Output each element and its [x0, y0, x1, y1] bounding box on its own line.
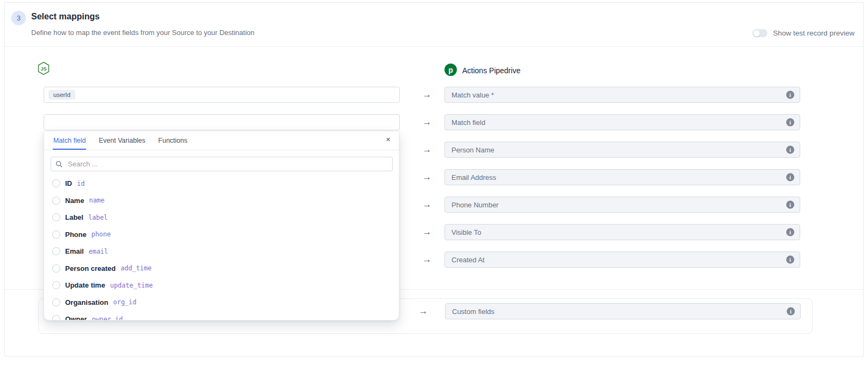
option-code: id — [77, 180, 84, 187]
userid-chip[interactable]: userId — [48, 90, 75, 100]
field-option-phone[interactable]: Phonephone — [52, 226, 399, 243]
field-option-name[interactable]: Namename — [52, 192, 399, 210]
page-subtitle: Define how to map the event fields from … — [31, 29, 255, 37]
radio-icon[interactable] — [52, 179, 60, 187]
field-option-owner_id[interactable]: Ownerowner_id — [52, 311, 399, 320]
destination-title: Actions Pipedrive — [462, 66, 520, 75]
arrow-icon: → — [419, 306, 428, 317]
option-code: email — [89, 248, 108, 255]
arrow-icon: → — [418, 199, 444, 210]
mapping-row: →Visible Toi — [418, 224, 800, 240]
option-label: Email — [65, 247, 84, 255]
radio-icon[interactable] — [52, 197, 60, 205]
info-icon[interactable]: i — [786, 256, 794, 264]
destination-field-email-address[interactable]: Email Addressi — [444, 169, 800, 185]
option-label: ID — [65, 179, 72, 187]
destination-field-match-field[interactable]: Match fieldi — [444, 114, 800, 130]
test-record-preview-toggle-row: Show test record preview — [752, 29, 855, 37]
step-number-badge: 3 — [11, 11, 26, 25]
field-picker-dropdown: Match fieldEvent VariablesFunctions✕ IDi… — [44, 131, 399, 320]
radio-icon[interactable] — [52, 247, 60, 255]
dropdown-tabs: Match fieldEvent VariablesFunctions✕ — [44, 131, 399, 150]
mapping-row: →Created Ati — [418, 252, 800, 268]
arrow-icon: → — [418, 172, 444, 183]
radio-icon[interactable] — [52, 264, 60, 273]
destination-field-label: Visible To — [451, 228, 481, 236]
destination-field-match-value[interactable]: Match value *i — [444, 87, 800, 103]
mapping-row: →Phone Numberi — [418, 197, 800, 213]
info-icon[interactable]: i — [786, 118, 794, 127]
arrow-icon: → — [418, 144, 444, 155]
option-label: Update time — [65, 281, 105, 289]
radio-icon[interactable] — [52, 315, 60, 320]
option-label: Name — [65, 197, 84, 205]
destination-field-visible-to[interactable]: Visible Toi — [444, 224, 800, 240]
info-icon[interactable]: i — [786, 91, 794, 99]
destination-field-created-at[interactable]: Created Ati — [444, 252, 800, 268]
option-label: Owner — [65, 315, 87, 320]
page-title: Select mappings — [31, 12, 100, 22]
info-icon[interactable]: i — [786, 146, 794, 154]
option-code: name — [89, 197, 104, 204]
radio-icon[interactable] — [52, 231, 60, 239]
svg-text:JS: JS — [40, 66, 46, 72]
header-divider — [5, 46, 863, 47]
destination-field-phone-number[interactable]: Phone Numberi — [444, 197, 800, 213]
option-code: phone — [91, 231, 111, 238]
field-option-update_time[interactable]: Update timeupdate_time — [52, 277, 399, 294]
toggle-knob — [753, 30, 760, 37]
select-mappings-panel: 3 Select mappings Define how to map the … — [4, 2, 864, 357]
source-mapping-input-1[interactable]: userId — [44, 87, 400, 103]
option-label: Person created — [65, 264, 116, 273]
screen: 3 Select mappings Define how to map the … — [0, 0, 868, 370]
info-icon[interactable]: i — [786, 228, 794, 236]
option-label: Phone — [65, 231, 87, 239]
field-option-email[interactable]: Emailemail — [52, 243, 399, 260]
option-label: Organisation — [65, 298, 108, 306]
option-code: add_time — [121, 264, 152, 272]
arrow-icon: → — [418, 117, 444, 128]
option-code: org_id — [113, 298, 136, 306]
arrow-icon: → — [418, 254, 444, 265]
source-mapping-input-2[interactable] — [44, 114, 400, 130]
pipedrive-icon: p — [444, 64, 457, 76]
field-option-add_time[interactable]: Person createdadd_time — [52, 260, 399, 277]
custom-fields-field[interactable]: Custom fields i — [445, 303, 801, 319]
close-icon[interactable]: ✕ — [386, 136, 391, 143]
radio-icon[interactable] — [52, 213, 60, 221]
destination-field-label: Match field — [451, 118, 485, 127]
destination-field-label: Phone Number — [451, 201, 498, 209]
search-box — [51, 157, 393, 171]
destination-rows: →Match value *i→Match fieldi→Person Name… — [418, 87, 800, 279]
mapping-row: →Person Namei — [418, 142, 800, 158]
tab-match-field[interactable]: Match field — [53, 131, 86, 150]
mapping-row: →Match fieldi — [418, 114, 800, 130]
option-label: Label — [65, 213, 83, 221]
tab-functions[interactable]: Functions — [158, 131, 188, 150]
mapping-row: →Match value *i — [418, 87, 800, 103]
nodejs-icon: JS — [37, 61, 50, 75]
arrow-icon: → — [418, 227, 444, 238]
destination-field-label: Created At — [451, 256, 484, 264]
destination-field-person-name[interactable]: Person Namei — [444, 142, 800, 158]
mapping-row: →Email Addressi — [418, 169, 800, 185]
toggle-label: Show test record preview — [773, 29, 855, 37]
radio-icon[interactable] — [52, 281, 60, 289]
field-option-id[interactable]: IDid — [52, 175, 399, 192]
field-option-label[interactable]: Labellabel — [52, 209, 399, 226]
search-input[interactable] — [67, 159, 388, 169]
option-code: update_time — [110, 282, 152, 289]
destination-field-label: Person Name — [451, 146, 494, 154]
search-icon — [55, 160, 63, 168]
info-icon[interactable]: i — [786, 173, 794, 181]
field-options-list: IDidNamenameLabellabelPhonephoneEmailema… — [44, 175, 399, 320]
show-test-record-preview-toggle[interactable] — [752, 29, 767, 37]
option-code: label — [88, 214, 108, 221]
destination-field-label: Email Address — [451, 173, 496, 181]
info-icon[interactable]: i — [786, 201, 794, 209]
field-option-org_id[interactable]: Organisationorg_id — [52, 294, 399, 311]
tab-event-variables[interactable]: Event Variables — [98, 131, 146, 150]
arrow-icon: → — [418, 89, 444, 100]
info-icon[interactable]: i — [787, 308, 795, 316]
radio-icon[interactable] — [52, 298, 60, 306]
